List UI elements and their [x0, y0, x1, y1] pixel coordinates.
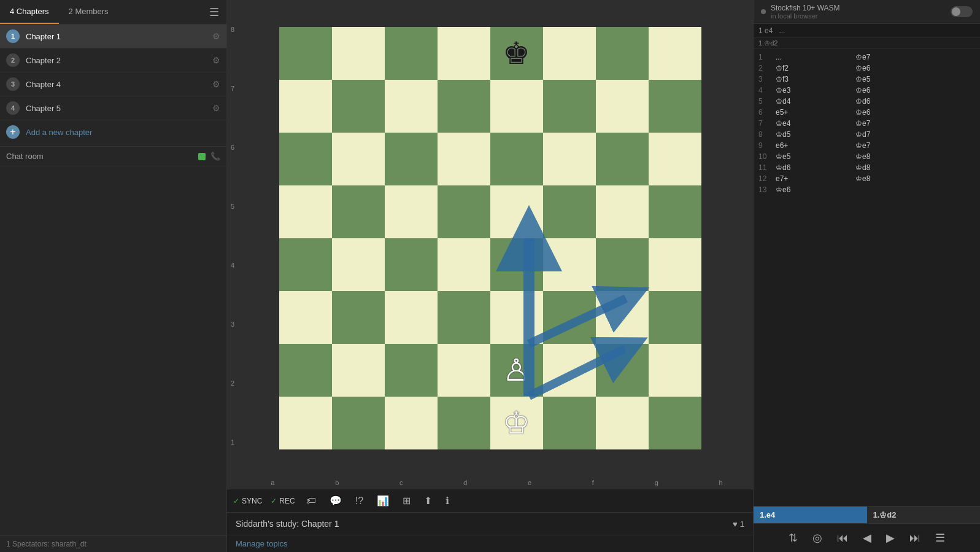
chapter-gear-4[interactable]: ⚙ [212, 103, 220, 113]
move-white-7[interactable]: ♔e4 [776, 119, 855, 128]
square-g6[interactable] [596, 133, 649, 185]
square-a4[interactable] [279, 238, 332, 291]
move-black-4[interactable]: ♔e6 [855, 86, 935, 95]
square-h5[interactable] [649, 185, 701, 238]
flip-board-button[interactable]: ⇅ [784, 529, 803, 547]
chapter-gear-2[interactable]: ⚙ [212, 55, 220, 65]
like-button[interactable]: ♥ 1 [733, 519, 744, 529]
move-white-11[interactable]: ♔d6 [776, 163, 855, 172]
chat-messages[interactable] [0, 166, 226, 535]
square-b4[interactable] [332, 238, 385, 291]
square-a7[interactable] [279, 80, 332, 133]
move-black-1[interactable]: ♔e7 [855, 53, 935, 61]
move-black-8[interactable]: ♔d7 [855, 130, 935, 139]
sidebar-menu-button[interactable]: ☰ [209, 6, 219, 19]
move-white-6[interactable]: e5+ [776, 108, 855, 117]
move-black-11[interactable]: ♔d8 [855, 163, 935, 172]
chapter-gear-3[interactable]: ⚙ [212, 79, 220, 89]
square-f2[interactable] [543, 344, 596, 397]
square-f4[interactable] [543, 238, 596, 291]
tab-chapters[interactable]: 4 Chapters [0, 0, 59, 24]
square-c5[interactable] [385, 185, 438, 238]
square-d4[interactable] [438, 238, 490, 291]
square-c7[interactable] [385, 80, 438, 133]
chat-phone-icon[interactable]: 📞 [210, 152, 220, 161]
first-move-button[interactable]: ⏮ [832, 529, 853, 547]
square-e8[interactable]: ♚ [490, 27, 543, 80]
move-white-9[interactable]: e6+ [776, 141, 855, 150]
square-d6[interactable] [438, 133, 490, 185]
move-black-2[interactable]: ♔e6 [855, 64, 935, 72]
square-c4[interactable] [385, 238, 438, 291]
chapter-item-4[interactable]: 4 Chapter 5 ⚙ [0, 96, 226, 120]
tag-icon-button[interactable]: 🏷 [304, 494, 318, 508]
rec-button[interactable]: ✓ REC [271, 497, 295, 505]
square-d7[interactable] [438, 80, 490, 133]
square-b2[interactable] [332, 344, 385, 397]
move-white-12[interactable]: e7+ [776, 174, 855, 183]
add-chapter-button[interactable]: + Add a new chapter [0, 120, 226, 144]
square-d5[interactable] [438, 185, 490, 238]
next-move-button[interactable]: ▶ [881, 529, 900, 547]
square-f3[interactable] [543, 291, 596, 344]
moves-list[interactable]: 1...♔e72♔f2♔e63♔f3♔e54♔e3♔e65♔d4♔d66e5+♔… [754, 49, 980, 506]
chess-board[interactable]: ♚ [279, 27, 701, 449]
prev-move-button[interactable]: ◀ [858, 529, 876, 547]
square-g7[interactable] [596, 80, 649, 133]
square-g4[interactable] [596, 238, 649, 291]
tab-members[interactable]: 2 Members [59, 0, 118, 24]
comment-icon-button[interactable]: 💬 [327, 494, 344, 508]
square-e1[interactable]: ♔ [490, 397, 543, 449]
grid-icon-button[interactable]: ⊞ [400, 494, 413, 508]
square-b6[interactable] [332, 133, 385, 185]
square-g1[interactable] [596, 397, 649, 449]
square-a2[interactable] [279, 344, 332, 397]
move-white-2[interactable]: ♔f2 [776, 64, 855, 72]
move-white-3[interactable]: ♔f3 [776, 75, 855, 84]
square-f6[interactable] [543, 133, 596, 185]
move-white-10[interactable]: ♔e5 [776, 152, 855, 161]
manage-topics-link[interactable]: Manage topics [236, 539, 288, 548]
square-f7[interactable] [543, 80, 596, 133]
chapter-item-2[interactable]: 2 Chapter 2 ⚙ [0, 49, 226, 72]
square-e2[interactable]: ♙ [490, 344, 543, 397]
square-c1[interactable] [385, 397, 438, 449]
engine-toggle[interactable] [951, 6, 973, 17]
move-white-13[interactable]: ♔e6 [776, 185, 855, 194]
move-white-4[interactable]: ♔e3 [776, 86, 855, 95]
bottom-move-right[interactable]: 1.♔d2 [867, 507, 981, 523]
move-black-3[interactable]: ♔e5 [855, 75, 935, 84]
chapter-gear-1[interactable]: ⚙ [212, 31, 220, 41]
square-e5[interactable] [490, 185, 543, 238]
analysis-button[interactable]: ◎ [808, 529, 827, 547]
square-c3[interactable] [385, 291, 438, 344]
square-a1[interactable] [279, 397, 332, 449]
square-e4[interactable] [490, 238, 543, 291]
square-e3[interactable] [490, 291, 543, 344]
square-a6[interactable] [279, 133, 332, 185]
square-c2[interactable] [385, 344, 438, 397]
square-f1[interactable] [543, 397, 596, 449]
chapter-item-3[interactable]: 3 Chapter 4 ⚙ [0, 72, 226, 96]
square-a3[interactable] [279, 291, 332, 344]
move-black-7[interactable]: ♔e7 [855, 119, 935, 128]
square-h6[interactable] [649, 133, 701, 185]
menu-button[interactable]: ☰ [930, 529, 950, 547]
square-h2[interactable] [649, 344, 701, 397]
move-black-9[interactable]: ♔e7 [855, 141, 935, 150]
bottom-move-left[interactable]: 1.e4 [754, 507, 867, 523]
square-h7[interactable] [649, 80, 701, 133]
move-white-5[interactable]: ♔d4 [776, 97, 855, 106]
square-h1[interactable] [649, 397, 701, 449]
move-black-12[interactable]: ♔e8 [855, 174, 935, 183]
square-f8[interactable] [543, 27, 596, 80]
square-g2[interactable] [596, 344, 649, 397]
share-icon-button[interactable]: ⬆ [422, 494, 434, 508]
square-d8[interactable] [438, 27, 490, 80]
square-a8[interactable] [279, 27, 332, 80]
square-b8[interactable] [332, 27, 385, 80]
square-b7[interactable] [332, 80, 385, 133]
square-b5[interactable] [332, 185, 385, 238]
square-c6[interactable] [385, 133, 438, 185]
square-h3[interactable] [649, 291, 701, 344]
